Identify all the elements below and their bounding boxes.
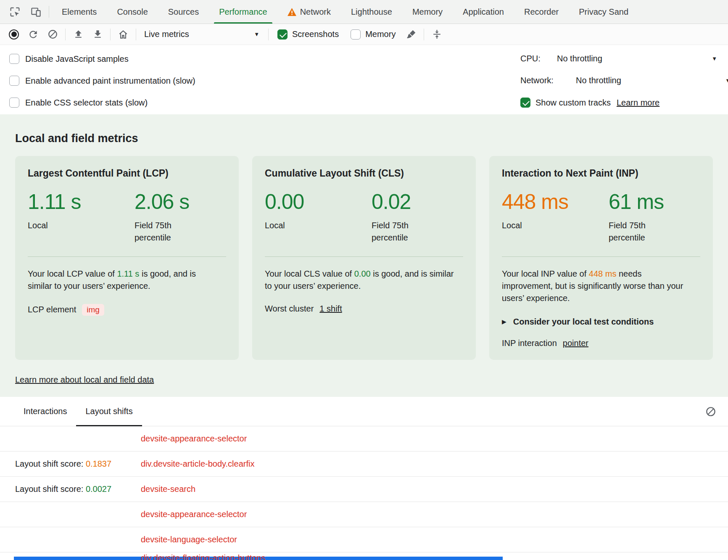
learn-more-local-field-link[interactable]: Learn more about local and field data xyxy=(15,375,154,385)
layout-shift-score-cell: Layout shift score: 0.0027 xyxy=(15,484,141,494)
chevron-down-icon: ▼ xyxy=(254,31,259,37)
worst-cluster-link[interactable]: 1 shift xyxy=(319,304,342,314)
tab-label: Memory xyxy=(412,7,443,17)
capture-settings-button[interactable] xyxy=(427,26,446,43)
element-link[interactable]: div.devsite-floating-action-buttons xyxy=(141,553,265,560)
show-custom-tracks-label: Show custom tracks xyxy=(535,98,611,108)
toolbar-divider xyxy=(424,29,424,40)
collect-garbage-button[interactable] xyxy=(401,26,421,43)
field-label: Field 75th percentile xyxy=(609,219,662,244)
inspect-element-button[interactable] xyxy=(4,0,25,24)
save-profile-button[interactable] xyxy=(88,26,107,43)
clear-log-button[interactable] xyxy=(705,406,716,417)
reload-icon xyxy=(28,29,39,40)
checkbox-unchecked-icon xyxy=(9,76,19,86)
record-and-reload-button[interactable] xyxy=(24,26,43,43)
local-test-conditions-expander[interactable]: ▶ Consider your local test conditions xyxy=(502,317,700,327)
element-link[interactable]: devsite-appearance-selector xyxy=(141,510,247,519)
css-selector-stats-checkbox[interactable]: Enable CSS selector stats (slow) xyxy=(9,98,148,108)
element-link[interactable]: devsite-search xyxy=(141,484,195,494)
devtools-window: Elements Console Sources Performance Net… xyxy=(0,0,728,560)
chevron-down-icon: ▼ xyxy=(712,55,717,62)
network-throttling-select[interactable]: No throttling ▼ xyxy=(576,76,728,85)
css-selector-stats-label: Enable CSS selector stats (slow) xyxy=(25,98,148,108)
device-toolbar-button[interactable] xyxy=(25,0,46,24)
checkbox-unchecked-icon xyxy=(9,98,19,108)
inp-local-value: 448 ms xyxy=(502,190,609,214)
download-icon xyxy=(92,29,103,40)
inp-interaction-link[interactable]: pointer xyxy=(563,338,588,348)
history-dropdown-label: Live metrics xyxy=(144,29,189,39)
performance-toolbar: Live metrics ▼ Screenshots Memory xyxy=(0,24,728,45)
inp-field-value: 61 ms xyxy=(609,190,664,214)
checkbox-unchecked-icon xyxy=(9,54,19,64)
toolbar-divider xyxy=(65,29,66,40)
tab-interactions[interactable]: Interactions xyxy=(14,397,76,426)
tab-elements[interactable]: Elements xyxy=(52,0,107,24)
show-custom-tracks-checkbox[interactable]: Show custom tracks xyxy=(520,98,611,108)
worst-cluster-label: Worst cluster xyxy=(265,304,314,314)
layout-shift-score-label: Layout shift score: xyxy=(15,484,86,494)
card-title: Interaction to Next Paint (INP) xyxy=(502,168,700,179)
lcp-card: Largest Contentful Paint (LCP) 1.11 s Lo… xyxy=(15,156,239,360)
learn-more-link[interactable]: Learn more xyxy=(617,98,659,108)
home-button[interactable] xyxy=(113,26,133,43)
clear-icon xyxy=(47,29,58,40)
cls-description: Your local CLS value of 0.00 is good, an… xyxy=(265,268,455,292)
tab-label: Privacy Sand xyxy=(579,7,628,17)
record-button[interactable] xyxy=(4,26,24,43)
history-dropdown[interactable]: Live metrics ▼ xyxy=(139,26,265,42)
lcp-description: Your local LCP value of 1.11 s is good, … xyxy=(28,268,218,292)
tab-performance[interactable]: Performance xyxy=(209,0,277,24)
tab-network[interactable]: Network xyxy=(277,0,341,24)
checkbox-checked-icon xyxy=(277,29,288,40)
tab-sources[interactable]: Sources xyxy=(158,0,209,24)
tab-label: Network xyxy=(300,7,331,17)
tab-console[interactable]: Console xyxy=(107,0,158,24)
vertical-align-center-icon xyxy=(432,29,442,40)
cpu-throttling-select[interactable]: No throttling ▼ xyxy=(557,54,717,63)
clear-button[interactable] xyxy=(43,26,62,43)
lcp-element-label: LCP element xyxy=(28,305,76,314)
tab-application[interactable]: Application xyxy=(453,0,514,24)
home-icon xyxy=(118,29,129,40)
disable-js-samples-checkbox[interactable]: Disable JavaScript samples xyxy=(9,54,129,64)
inp-interaction-label: INP interaction xyxy=(502,338,557,348)
local-label: Local xyxy=(265,219,319,232)
advanced-paint-checkbox[interactable]: Enable advanced paint instrumentation (s… xyxy=(9,76,195,86)
brush-icon xyxy=(406,29,417,40)
card-divider xyxy=(502,256,700,257)
element-link[interactable]: devsite-language-selector xyxy=(141,535,237,544)
memory-checkbox[interactable]: Memory xyxy=(345,29,401,40)
element-link[interactable]: div.devsite-article-body.clearfix xyxy=(141,459,254,469)
local-label: Local xyxy=(502,219,556,232)
cls-local-value: 0.00 xyxy=(265,190,372,214)
tab-memory[interactable]: Memory xyxy=(402,0,453,24)
tab-privacy-sandbox[interactable]: Privacy Sand xyxy=(569,0,638,24)
log-tab-strip: Interactions Layout shifts xyxy=(0,397,728,426)
screenshots-checkbox[interactable]: Screenshots xyxy=(272,29,345,40)
layout-shift-row[interactable]: devsite-appearance-selector xyxy=(0,426,728,452)
load-profile-button[interactable] xyxy=(69,26,88,43)
element-link[interactable]: devsite-appearance-selector xyxy=(141,434,247,444)
live-metrics-log: Interactions Layout shifts devsite-appea… xyxy=(0,397,728,560)
tab-label: Sources xyxy=(168,7,199,17)
lcp-field-value: 2.06 s xyxy=(135,190,189,214)
layout-shift-row[interactable]: Layout shift score: 0.0027 devsite-searc… xyxy=(0,477,728,502)
tabbar-divider xyxy=(49,6,49,18)
lcp-element-link[interactable]: img xyxy=(82,304,104,316)
tab-layout-shifts[interactable]: Layout shifts xyxy=(76,397,142,426)
card-title: Largest Contentful Paint (LCP) xyxy=(28,168,226,179)
cls-card: Cumulative Layout Shift (CLS) 0.00 Local… xyxy=(252,156,476,360)
layout-shift-row[interactable]: devsite-appearance-selector xyxy=(0,502,728,527)
layout-shift-score-label: Layout shift score: xyxy=(15,459,86,468)
cpu-throttling-value: No throttling xyxy=(557,54,602,63)
tab-label: Application xyxy=(463,7,504,17)
layout-shift-row[interactable]: devsite-language-selector xyxy=(0,527,728,552)
network-throttling-label: Network: xyxy=(520,76,570,85)
tab-recorder[interactable]: Recorder xyxy=(514,0,569,24)
tab-lighthouse[interactable]: Lighthouse xyxy=(341,0,402,24)
layout-shift-row[interactable]: Layout shift score: 0.1837 div.devsite-a… xyxy=(0,452,728,477)
network-throttling-value: No throttling xyxy=(576,76,621,85)
screenshots-label: Screenshots xyxy=(292,29,339,39)
